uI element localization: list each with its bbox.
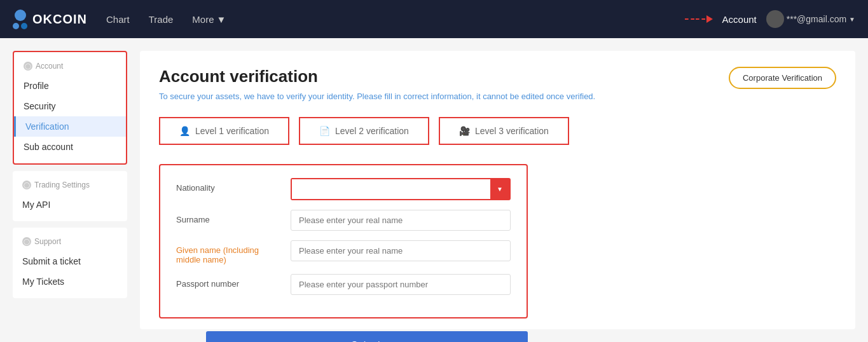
submit-button[interactable]: Submit (206, 331, 528, 342)
level-1-btn[interactable]: 👤 Level 1 verification (159, 117, 289, 145)
sidebar-item-submit-ticket[interactable]: Submit a ticket (13, 251, 127, 271)
verification-form: Nationality ▼ Surname Given name (Includ… (159, 164, 528, 318)
sidebar-item-sub-account[interactable]: Sub account (14, 137, 126, 157)
sidebar-item-my-api[interactable]: My API (13, 195, 127, 215)
passport-label: Passport number (176, 274, 278, 289)
sidebar-trading-title: ◯ Trading Settings (13, 177, 127, 195)
level-2-btn[interactable]: 📄 Level 2 verification (299, 117, 429, 145)
surname-label: Surname (176, 210, 278, 224)
page-subtitle: To secure your assets, we have to verify… (159, 92, 836, 101)
corporate-verification-button[interactable]: Corporate Verification (729, 67, 836, 89)
verification-levels: 👤 Level 1 verification 📄 Level 2 verific… (159, 117, 836, 145)
surname-input[interactable] (291, 210, 511, 231)
main-layout: ◯ Account Profile Security Verification … (0, 38, 868, 342)
given-name-row: Given name (Including middle name) (176, 240, 511, 264)
nationality-row: Nationality ▼ (176, 178, 511, 200)
user-menu-chevron: ▼ (849, 16, 855, 23)
sidebar-item-security[interactable]: Security (14, 96, 126, 116)
sidebar-item-profile[interactable]: Profile (14, 76, 126, 96)
chevron-down-icon: ▼ (217, 14, 226, 25)
nationality-label: Nationality (176, 178, 278, 193)
submit-area: Submit (159, 331, 528, 342)
sidebar-support-section: ◯ Support Submit a ticket My Tickets (13, 228, 127, 298)
logo-text: OKCOIN (32, 12, 87, 27)
trading-section-icon: ◯ (22, 181, 31, 189)
level-3-btn[interactable]: 🎥 Level 3 verification (439, 117, 569, 145)
passport-input[interactable] (291, 274, 511, 295)
nav-chart[interactable]: Chart (106, 14, 130, 25)
nav-more[interactable]: More ▼ (192, 14, 226, 25)
dash-1 (685, 18, 694, 20)
video-icon: 🎥 (459, 126, 470, 136)
sidebar-item-my-tickets[interactable]: My Tickets (13, 271, 127, 292)
sidebar-item-verification[interactable]: Verification (14, 116, 126, 137)
sidebar: ◯ Account Profile Security Verification … (13, 51, 127, 329)
dash-2 (696, 18, 705, 20)
avatar (766, 10, 784, 28)
sidebar-account-section: ◯ Account Profile Security Verification … (13, 51, 127, 165)
account-arrow-indicator (685, 15, 713, 23)
account-nav-link[interactable]: Account (722, 14, 757, 25)
logo-dot-1 (13, 23, 19, 29)
arrow-right-icon (706, 15, 713, 23)
id-card-icon: 📄 (319, 126, 330, 136)
logo-dots (13, 10, 27, 29)
nationality-select-wrapper: ▼ (291, 178, 511, 200)
main-nav: Chart Trade More ▼ (106, 14, 666, 25)
sidebar-account-title: ◯ Account (14, 58, 126, 76)
sidebar-support-title: ◯ Support (13, 234, 127, 251)
nav-trade[interactable]: Trade (149, 14, 174, 25)
sidebar-trading-section: ◯ Trading Settings My API (13, 171, 127, 221)
account-section-icon: ◯ (24, 62, 32, 71)
header-right: Account ***@gmail.com ▼ (685, 10, 855, 28)
nationality-select[interactable] (292, 179, 509, 199)
support-section-icon: ◯ (22, 237, 31, 246)
logo: OKCOIN (13, 10, 87, 29)
surname-row: Surname (176, 210, 511, 231)
given-name-input[interactable] (291, 240, 511, 261)
passport-row: Passport number (176, 274, 511, 295)
user-email-display[interactable]: ***@gmail.com ▼ (766, 10, 855, 28)
given-name-label: Given name (Including middle name) (176, 240, 278, 264)
main-content: Account verification To secure your asse… (140, 51, 855, 329)
header: OKCOIN Chart Trade More ▼ Account ***@gm… (0, 0, 868, 38)
person-icon: 👤 (179, 126, 190, 136)
logo-dot-2 (21, 23, 27, 29)
logo-dot-main (15, 10, 26, 21)
